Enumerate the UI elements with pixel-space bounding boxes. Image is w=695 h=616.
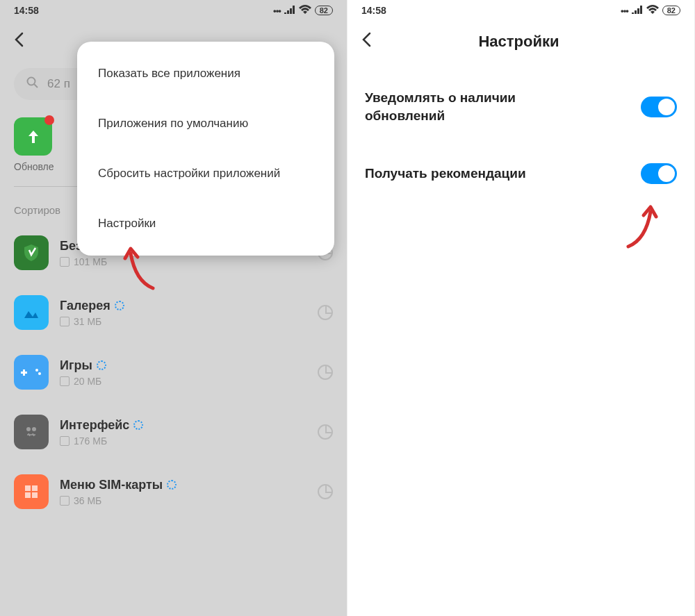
toggle-switch[interactable] <box>641 163 677 184</box>
menu-show-all-apps[interactable]: Показать все приложения <box>77 49 334 99</box>
battery-indicator: 82 <box>662 6 680 15</box>
status-right: ••• 82 <box>273 5 333 16</box>
svg-rect-7 <box>23 424 40 440</box>
svg-rect-2 <box>22 303 41 322</box>
svg-rect-11 <box>25 485 31 491</box>
app-size: 176 МБ <box>60 435 293 447</box>
chip-icon <box>60 496 70 506</box>
back-button[interactable] <box>361 28 378 55</box>
status-bar: 14:58 ••• 82 <box>0 0 347 21</box>
chip-icon <box>60 376 70 386</box>
status-time: 14:58 <box>14 5 39 16</box>
battery-indicator: 82 <box>315 6 333 15</box>
signal-icon <box>284 5 295 16</box>
chip-icon <box>60 257 70 267</box>
phone-screen-left: 14:58 ••• 82 62 п Обновле <box>0 0 348 616</box>
cell-dots-icon: ••• <box>621 6 628 16</box>
app-list: Безопасность 101 МБ Галерея 31 МБ <box>0 223 347 522</box>
setting-label: Уведомлять о наличии обновлений <box>365 89 580 124</box>
loading-icon <box>133 420 143 430</box>
interface-icon <box>14 415 49 449</box>
menu-default-apps[interactable]: Приложения по умолчанию <box>77 99 334 149</box>
svg-rect-14 <box>32 492 38 498</box>
signal-icon <box>632 5 643 16</box>
phone-screen-right: 14:58 ••• 82 Настройки Уведомлять о нали… <box>348 0 695 616</box>
search-icon <box>26 76 39 92</box>
chip-icon <box>60 436 70 446</box>
storage-chart-icon <box>318 365 333 380</box>
svg-rect-13 <box>25 492 31 498</box>
menu-reset-app-settings[interactable]: Сбросить настройки приложений <box>77 149 334 199</box>
back-button[interactable] <box>14 28 31 55</box>
toggle-switch[interactable] <box>641 97 677 117</box>
svg-rect-4 <box>21 372 27 374</box>
app-row[interactable]: Меню SIM-карты 36 МБ <box>14 462 333 522</box>
notification-badge <box>44 115 54 125</box>
status-bar: 14:58 ••• 82 <box>348 0 694 21</box>
app-name: Галерея <box>60 299 293 313</box>
sim-icon <box>14 474 49 509</box>
cell-dots-icon: ••• <box>273 6 281 16</box>
app-name: Интерфейс <box>60 418 293 433</box>
context-menu: Показать все приложения Приложения по ум… <box>77 42 334 256</box>
chip-icon <box>60 317 70 326</box>
storage-chart-icon <box>318 424 333 440</box>
app-info: Галерея 31 МБ <box>60 299 293 327</box>
setting-get-recommendations[interactable]: Получать рекомендации <box>365 144 677 203</box>
svg-point-8 <box>26 427 31 431</box>
page-title: Настройки <box>378 33 660 51</box>
search-text: 62 п <box>47 77 70 91</box>
loading-icon <box>115 301 124 310</box>
app-name: Игры <box>60 358 293 373</box>
app-info: Игры 20 МБ <box>60 358 293 387</box>
settings-list: Уведомлять о наличии обновлений Получать… <box>348 63 694 210</box>
app-size: 31 МБ <box>60 316 293 327</box>
setting-label: Получать рекомендации <box>365 165 526 183</box>
app-size: 36 МБ <box>60 495 293 506</box>
app-row[interactable]: Галерея 31 МБ <box>14 283 333 342</box>
wifi-icon <box>646 5 659 16</box>
svg-point-9 <box>32 427 36 431</box>
svg-rect-10 <box>22 482 41 501</box>
svg-point-0 <box>28 78 35 85</box>
updates-card[interactable] <box>14 117 52 156</box>
svg-rect-12 <box>32 485 38 491</box>
app-size: 101 МБ <box>60 256 293 267</box>
storage-chart-icon <box>318 484 333 499</box>
games-icon <box>14 355 49 390</box>
app-row[interactable]: Интерфейс 176 МБ <box>14 402 333 462</box>
app-info: Меню SIM-карты 36 МБ <box>60 478 293 506</box>
app-info: Интерфейс 176 МБ <box>60 418 293 447</box>
svg-line-1 <box>34 84 38 88</box>
menu-settings[interactable]: Настройки <box>77 199 334 249</box>
svg-point-5 <box>35 369 38 372</box>
app-name: Меню SIM-карты <box>60 478 293 492</box>
status-time: 14:58 <box>361 5 386 16</box>
loading-icon <box>97 360 106 370</box>
wifi-icon <box>299 5 311 16</box>
storage-chart-icon <box>318 305 333 320</box>
app-size: 20 МБ <box>60 376 293 387</box>
svg-point-6 <box>38 372 41 375</box>
app-row[interactable]: Игры 20 МБ <box>14 342 333 402</box>
security-icon <box>14 235 49 270</box>
loading-icon <box>167 480 177 490</box>
gallery-icon <box>14 295 49 330</box>
status-right: ••• 82 <box>621 5 680 16</box>
setting-notify-updates[interactable]: Уведомлять о наличии обновлений <box>365 69 677 144</box>
header: Настройки <box>348 21 694 63</box>
